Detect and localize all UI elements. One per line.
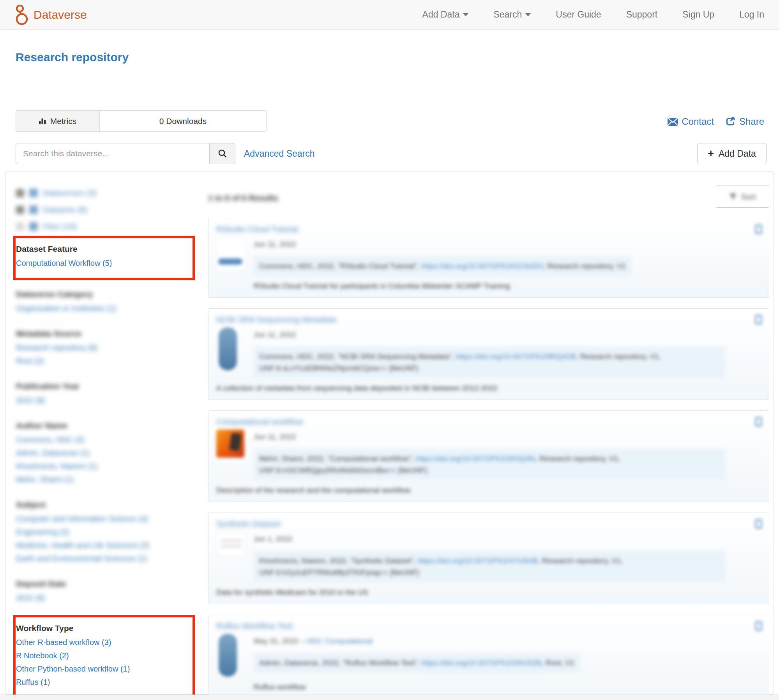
content-panel: Dataverses (3)Datasets (8)Files (19) Dat…	[5, 171, 774, 695]
search-button[interactable]	[209, 143, 235, 164]
result-description: RStudio Cloud Tutorial for participants …	[254, 282, 761, 290]
file-icon[interactable]	[755, 621, 762, 631]
thumb-col	[216, 532, 254, 582]
facet-link[interactable]: Organization or Institution (1)	[16, 304, 192, 313]
card-title-row: NCBI SRA Sequencing Metadata	[216, 315, 761, 324]
facet-link[interactable]: Other Python-based workflow (1)	[16, 665, 192, 673]
doi-link[interactable]: https://doi.org/10.5072/FK2/SNV5ZB	[421, 659, 541, 667]
nav-item-log-in[interactable]: Log In	[739, 9, 764, 20]
nav-item-user-guide[interactable]: User Guide	[556, 9, 601, 20]
result-title-link[interactable]: NCBI SRA Sequencing Metadata	[216, 315, 336, 324]
tree-link[interactable]: Files (19)	[43, 222, 77, 231]
date-text: Jun 1, 2022	[254, 535, 292, 543]
facet-link[interactable]: Research repository (8)	[16, 343, 192, 352]
brand-link[interactable]: Dataverse	[15, 4, 87, 25]
facet-link[interactable]: Mehri, Shami (1)	[16, 475, 192, 484]
facet-author-name: Author NameCommons, HDC (4)Admin, Datave…	[16, 415, 192, 494]
nav-item-support[interactable]: Support	[626, 9, 658, 20]
card-body: Jun 11, 2022Mehri, Shami, 2022, "Computa…	[216, 430, 761, 480]
share-label: Share	[739, 116, 764, 127]
nav-item-add-data[interactable]: Add Data	[422, 9, 469, 20]
sort-button[interactable]: Sort	[716, 186, 769, 208]
card-title-row: Synthetic Dataset	[216, 519, 761, 529]
facet-link[interactable]: 2022 (8)	[16, 396, 192, 405]
doi-link[interactable]: https://doi.org/10.5072/FK2/8RQ4ZB	[456, 352, 576, 361]
facet-link[interactable]: Khoshnevis, Naeem (1)	[16, 462, 192, 471]
nav-item-sign-up[interactable]: Sign Up	[682, 9, 714, 20]
citation-text: Khoshnevis, Naeem, 2022, "Synthetic Data…	[259, 557, 417, 565]
facet-title: Metadata Source	[16, 329, 192, 338]
facet-link[interactable]: R Notebook (2)	[16, 651, 192, 660]
doi-link[interactable]: https://doi.org/10.5072/FK2/2K5Q4N	[415, 454, 535, 463]
citation-text: Mehri, Shami, 2022, "Computational workf…	[259, 454, 415, 463]
result-card: Synthetic DatasetJun 1, 2022Khoshnevis, …	[208, 513, 769, 604]
facet-link[interactable]: Earth and Environmental Sciences (1)	[16, 554, 192, 563]
collection-icon	[29, 222, 38, 231]
result-date: Jun 11, 2022	[254, 433, 761, 441]
search-input[interactable]	[16, 143, 210, 164]
result-title-link[interactable]: RStudio Cloud Tutorial	[216, 224, 298, 233]
result-title-link[interactable]: Computational workflow	[216, 417, 303, 426]
thumb-col	[216, 430, 254, 480]
facet-link[interactable]: Engineering (2)	[16, 528, 192, 537]
file-icon[interactable]	[755, 519, 762, 529]
result-title-link[interactable]: Ruffus Workflow Test	[216, 621, 293, 630]
facet-link[interactable]: Ruffus (1)	[16, 678, 192, 687]
result-card: NCBI SRA Sequencing MetadataJun 11, 2022…	[208, 308, 769, 400]
citation: Commons, HDC, 2022, "NCBI SRA Sequencing…	[254, 347, 725, 378]
facet-link[interactable]: Other R-based workflow (3)	[16, 638, 192, 647]
envelope-icon	[668, 118, 678, 126]
facet-link[interactable]: Computational Workflow (5)	[16, 259, 192, 268]
card-main: Jun 11, 2022Commons, HDC, 2022, "NCBI SR…	[254, 327, 761, 378]
facet-link[interactable]: Commons, HDC (4)	[16, 435, 192, 444]
checkbox[interactable]	[16, 223, 24, 231]
date-text: Jun 11, 2022	[254, 433, 296, 441]
card-title-row: Ruffus Workflow Test	[216, 621, 761, 631]
nav-item-label: Add Data	[422, 9, 460, 20]
facet-link[interactable]: Admin, Dataverse (1)	[16, 449, 192, 458]
file-icon[interactable]	[755, 417, 762, 426]
result-title-link[interactable]: Synthetic Dataset	[216, 519, 281, 528]
metrics-label: Metrics	[50, 117, 77, 126]
results-header: 1 to 6 of 6 Results Sort	[208, 186, 769, 208]
facet-link[interactable]: Root (2)	[16, 357, 192, 366]
citation-text: Admin, Dataverse, 2022, "Ruffus Workflow…	[259, 659, 421, 667]
collection-link[interactable]: HDC Computational	[307, 637, 373, 645]
tree-row-datasets-8: Datasets (8)	[16, 205, 192, 214]
card-main: Jun 11, 2022Commons, HDC, 2022, "RStudio…	[254, 237, 761, 276]
citation-text: Commons, HDC, 2022, "RStudio Cloud Tutor…	[259, 262, 421, 270]
share-link[interactable]: Share	[726, 116, 764, 127]
tree-link[interactable]: Dataverses (3)	[43, 188, 97, 198]
metrics-tab: Metrics	[16, 111, 100, 131]
date-text: Jun 11, 2022	[254, 240, 296, 248]
facet-link[interactable]: Computer and Information Science (4)	[16, 514, 192, 523]
facet-link[interactable]: 2022 (8)	[16, 594, 192, 603]
facet-link[interactable]: Medicine, Health and Life Sciences (2)	[16, 541, 192, 550]
add-data-button[interactable]: + Add Data	[697, 143, 767, 164]
navbar-links: Add DataSearchUser GuideSupportSign UpLo…	[422, 9, 764, 20]
facet-list: Dataset FeatureComputational Workflow (5…	[16, 239, 192, 696]
results-section: 1 to 6 of 6 Results Sort RStudio Cloud T…	[208, 186, 769, 700]
card-title-row: RStudio Cloud Tutorial	[216, 224, 761, 234]
citation: Khoshnevis, Naeem, 2022, "Synthetic Data…	[254, 551, 725, 582]
file-icon[interactable]	[755, 315, 762, 324]
brand-name: Dataverse	[34, 8, 87, 21]
footer-band	[0, 695, 779, 700]
facet-deposit-date: Deposit Date2022 (8)	[16, 573, 192, 612]
citation-suffix: , Research repository, V1	[543, 262, 626, 270]
result-card: Ruffus Workflow TestMay 31, 2022 – HDC C…	[208, 615, 769, 699]
file-icon[interactable]	[755, 224, 762, 234]
contact-link[interactable]: Contact	[668, 116, 714, 127]
result-date: Jun 1, 2022	[254, 535, 761, 543]
results-list: RStudio Cloud TutorialJun 11, 2022Common…	[208, 218, 769, 700]
doi-link[interactable]: https://doi.org/10.5072/FK2/4YU5HB	[417, 557, 537, 565]
checkbox[interactable]	[16, 189, 24, 197]
facet-publication-year: Publication Year2022 (8)	[16, 375, 192, 415]
navbar: Dataverse Add DataSearchUser GuideSuppor…	[0, 0, 779, 30]
checkbox[interactable]	[16, 206, 24, 214]
doi-link[interactable]: https://doi.org/10.5072/FK2/GCN4ZH	[421, 262, 543, 270]
tree-link[interactable]: Datasets (8)	[43, 205, 87, 214]
page-title: Research repository	[16, 51, 129, 64]
nav-item-search[interactable]: Search	[493, 9, 531, 20]
advanced-search-link[interactable]: Advanced Search	[244, 148, 315, 159]
